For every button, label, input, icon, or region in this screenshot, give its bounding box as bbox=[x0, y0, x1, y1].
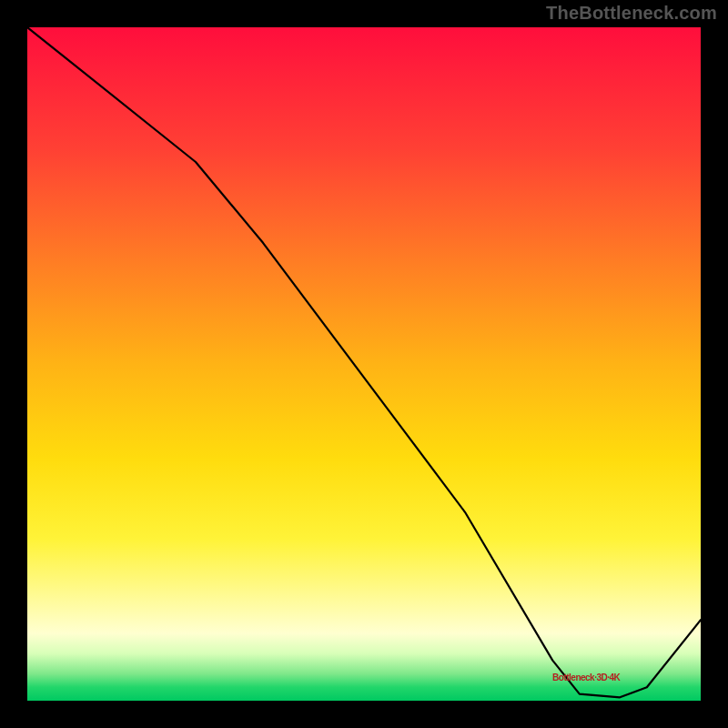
watermark-text: TheBottleneck.com bbox=[546, 3, 717, 24]
chart-svg bbox=[27, 27, 701, 701]
plot-area: Bottleneck·3D·4K bbox=[27, 27, 701, 701]
chart-frame: TheBottleneck.com Bottleneck·3D·4K bbox=[0, 0, 728, 728]
bottleneck-annotation: Bottleneck·3D·4K bbox=[552, 672, 620, 682]
data-line bbox=[27, 27, 701, 697]
